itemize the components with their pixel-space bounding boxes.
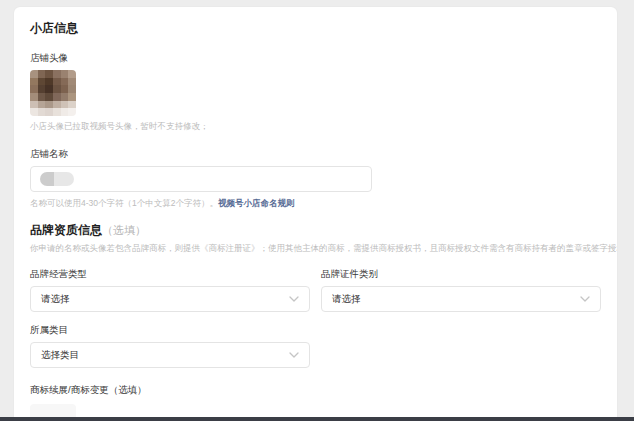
brand-cert-field: 品牌证件类别 请选择 [321, 268, 601, 312]
shop-name-help-text: 名称可以使用4-30个字符（1个中文算2个字符）。 [30, 198, 218, 208]
shop-settings-card: 小店信息 店铺头像 小店头像已拉取视频号头像，暂时不支持修改； 店铺名称 名称可… [14, 7, 617, 421]
brand-cert-value: 请选择 [332, 293, 361, 306]
page-background: 小店信息 店铺头像 小店头像已拉取视频号头像，暂时不支持修改； 店铺名称 名称可… [0, 0, 634, 421]
redacted-shop-name [40, 172, 74, 186]
trademark-renewal-label: 商标续展/商标变更（选填） [30, 384, 601, 396]
brand-type-select[interactable]: 请选择 [30, 286, 310, 312]
shop-info-title: 小店信息 [30, 21, 601, 36]
brand-cert-label: 品牌证件类别 [321, 268, 601, 280]
shop-name-input[interactable] [30, 166, 372, 192]
brand-info-description: 你申请的名称或头像若包含品牌商标，则提供《商标注册证》；使用其他主体的商标，需提… [30, 243, 601, 254]
chevron-down-icon [580, 296, 590, 302]
brand-cert-select[interactable]: 请选择 [321, 286, 601, 312]
chevron-down-icon [289, 296, 299, 302]
brand-info-title-text: 品牌资质信息 [30, 223, 102, 237]
chevron-down-icon [289, 352, 299, 358]
brand-type-value: 请选择 [41, 293, 70, 306]
brand-info-title: 品牌资质信息（选填） [30, 223, 601, 238]
category-select[interactable]: 选择类目 [30, 342, 310, 368]
window-bottom-edge [0, 417, 634, 421]
brand-type-label: 品牌经营类型 [30, 268, 310, 280]
category-label: 所属类目 [30, 324, 601, 336]
shop-avatar-note: 小店头像已拉取视频号头像，暂时不支持修改； [30, 121, 601, 132]
shop-name-label: 店铺名称 [30, 148, 601, 160]
shop-avatar [30, 70, 76, 116]
shop-name-help: 名称可以使用4-30个字符（1个中文算2个字符）。视频号小店命名规则 [30, 198, 601, 209]
naming-rules-link[interactable]: 视频号小店命名规则 [218, 198, 295, 208]
brand-type-field: 品牌经营类型 请选择 [30, 268, 310, 312]
brand-info-title-suffix: （选填） [102, 224, 146, 236]
category-value: 选择类目 [41, 349, 79, 362]
shop-avatar-label: 店铺头像 [30, 52, 601, 64]
